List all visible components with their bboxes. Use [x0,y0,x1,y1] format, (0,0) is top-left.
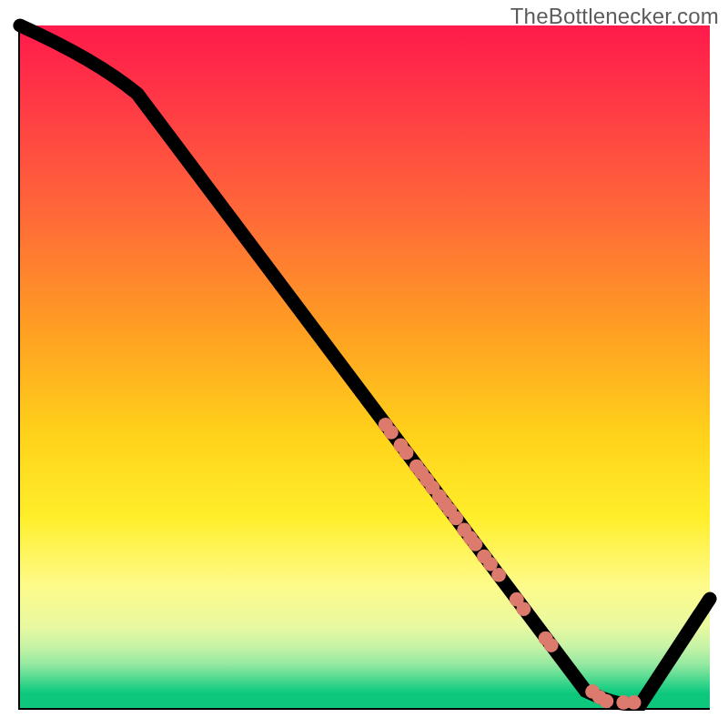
curve-markers [379,418,642,710]
curve-marker [449,511,463,526]
curve-marker [599,694,613,709]
plot-area [18,25,710,710]
curve-marker [544,638,559,652]
chart-frame: TheBottlenecker.com [0,0,728,728]
curve-marker [399,446,414,460]
curve-marker [384,425,399,440]
curve-marker [627,695,642,710]
curve-marker [516,602,531,616]
curve-marker [491,568,506,582]
curve-svg [20,25,710,708]
curve-marker [468,537,482,551]
bottleneck-curve [20,25,710,704]
